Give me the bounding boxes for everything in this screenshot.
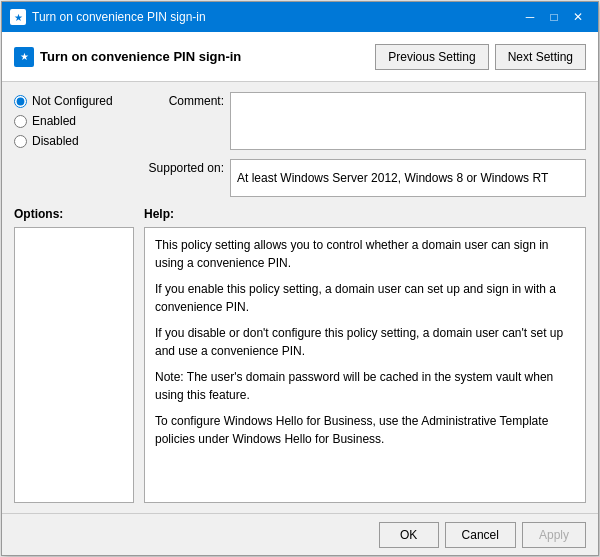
nav-buttons: Previous Setting Next Setting [375,44,586,70]
maximize-button[interactable]: □ [542,5,566,29]
supported-on-row: Supported on: At least Windows Server 20… [144,159,586,197]
dialog-header-left: ★ Turn on convenience PIN sign-in [14,47,241,67]
section-labels: Options: Help: [14,207,586,221]
help-panel: This policy setting allows you to contro… [144,227,586,503]
not-configured-option[interactable]: Not Configured [14,94,134,108]
window-controls: ─ □ ✕ [518,5,590,29]
previous-setting-button[interactable]: Previous Setting [375,44,488,70]
title-bar-left: ★ Turn on convenience PIN sign-in [10,9,206,25]
dialog-header: ★ Turn on convenience PIN sign-in Previo… [2,32,598,82]
help-text-1: This policy setting allows you to contro… [155,236,575,272]
not-configured-label: Not Configured [32,94,113,108]
dialog-title: Turn on convenience PIN sign-in [40,49,241,64]
supported-on-value: At least Windows Server 2012, Windows 8 … [230,159,586,197]
comment-row: Comment: [144,92,586,153]
options-panel [14,227,134,503]
right-panel: Comment: Supported on: At least Windows … [144,92,586,197]
help-text-5: To configure Windows Hello for Business,… [155,412,575,448]
dialog-footer: OK Cancel Apply [2,513,598,555]
top-section: Not Configured Enabled Disabled Comment: [14,92,586,197]
help-text-3: If you disable or don't configure this p… [155,324,575,360]
close-button[interactable]: ✕ [566,5,590,29]
supported-on-label: Supported on: [144,159,224,175]
comment-textarea[interactable] [230,92,586,150]
help-label: Help: [144,207,586,221]
enabled-label: Enabled [32,114,76,128]
title-bar: ★ Turn on convenience PIN sign-in ─ □ ✕ [2,2,598,32]
help-text-4: Note: The user's domain password will be… [155,368,575,404]
dialog-body: Not Configured Enabled Disabled Comment: [2,82,598,513]
disabled-option[interactable]: Disabled [14,134,134,148]
minimize-button[interactable]: ─ [518,5,542,29]
ok-button[interactable]: OK [379,522,439,548]
supported-on-container: At least Windows Server 2012, Windows 8 … [230,159,586,197]
window-title: Turn on convenience PIN sign-in [32,10,206,24]
disabled-radio[interactable] [14,135,27,148]
left-radio-panel: Not Configured Enabled Disabled [14,92,134,197]
bottom-panels: This policy setting allows you to contro… [14,227,586,503]
not-configured-radio[interactable] [14,95,27,108]
enabled-option[interactable]: Enabled [14,114,134,128]
dialog-icon: ★ [14,47,34,67]
options-label: Options: [14,207,134,221]
comment-label: Comment: [144,92,224,108]
main-window: ★ Turn on convenience PIN sign-in ─ □ ✕ … [1,1,599,556]
next-setting-button[interactable]: Next Setting [495,44,586,70]
window-icon: ★ [10,9,26,25]
apply-button[interactable]: Apply [522,522,586,548]
comment-field-container [230,92,586,153]
enabled-radio[interactable] [14,115,27,128]
disabled-label: Disabled [32,134,79,148]
help-text-2: If you enable this policy setting, a dom… [155,280,575,316]
cancel-button[interactable]: Cancel [445,522,516,548]
